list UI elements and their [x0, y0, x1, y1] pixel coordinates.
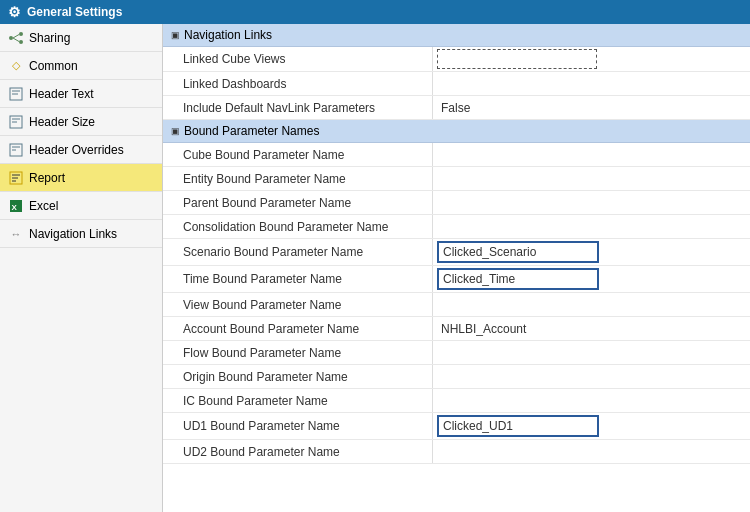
sidebar-label-navigation-links: Navigation Links	[29, 227, 117, 241]
table-row: UD1 Bound Parameter Name	[163, 413, 750, 440]
row-value-consolidation-bound	[433, 215, 750, 238]
main-container: Sharing ◇ Common Header Text	[0, 24, 750, 512]
sidebar-label-header-text: Header Text	[29, 87, 93, 101]
row-value-origin-bound	[433, 365, 750, 388]
excel-icon: X	[8, 198, 24, 214]
collapse-bound-icon: ▣	[171, 126, 180, 136]
sidebar-label-sharing: Sharing	[29, 31, 70, 45]
include-default-value: False	[437, 99, 474, 117]
ud1-bound-input[interactable]	[437, 415, 599, 437]
header-text-icon	[8, 86, 24, 102]
table-row: Parent Bound Parameter Name	[163, 191, 750, 215]
section-bound-parameter-names[interactable]: ▣ Bound Parameter Names	[163, 120, 750, 143]
row-label-ud2-bound: UD2 Bound Parameter Name	[163, 440, 433, 463]
svg-point-0	[9, 36, 13, 40]
row-value-linked-dashboards	[433, 72, 750, 95]
sidebar-label-excel: Excel	[29, 199, 58, 213]
table-row: Consolidation Bound Parameter Name	[163, 215, 750, 239]
row-label-flow-bound: Flow Bound Parameter Name	[163, 341, 433, 364]
row-value-account-bound: NHLBI_Account	[433, 317, 750, 340]
row-label-scenario-bound: Scenario Bound Parameter Name	[163, 239, 433, 265]
header-overrides-icon	[8, 142, 24, 158]
row-value-cube-bound	[433, 143, 750, 166]
row-label-cube-bound: Cube Bound Parameter Name	[163, 143, 433, 166]
section-bound-label: Bound Parameter Names	[184, 124, 319, 138]
sidebar: Sharing ◇ Common Header Text	[0, 24, 163, 512]
row-label-parent-bound: Parent Bound Parameter Name	[163, 191, 433, 214]
sidebar-item-excel[interactable]: X Excel	[0, 192, 162, 220]
row-value-time-bound	[433, 266, 750, 292]
sidebar-item-sharing[interactable]: Sharing	[0, 24, 162, 52]
time-bound-input[interactable]	[437, 268, 599, 290]
sidebar-label-header-size: Header Size	[29, 115, 95, 129]
svg-point-1	[19, 32, 23, 36]
row-label-view-bound: View Bound Parameter Name	[163, 293, 433, 316]
table-row: Cube Bound Parameter Name	[163, 143, 750, 167]
table-row: Linked Cube Views	[163, 47, 750, 72]
table-row: Scenario Bound Parameter Name	[163, 239, 750, 266]
navlink-icon: ↔	[8, 226, 24, 242]
row-label-ud1-bound: UD1 Bound Parameter Name	[163, 413, 433, 439]
sidebar-item-report[interactable]: Report	[0, 164, 162, 192]
header-size-icon	[8, 114, 24, 130]
scenario-bound-input[interactable]	[437, 241, 599, 263]
row-value-parent-bound	[433, 191, 750, 214]
collapse-nav-icon: ▣	[171, 30, 180, 40]
sidebar-item-header-size[interactable]: Header Size	[0, 108, 162, 136]
row-label-time-bound: Time Bound Parameter Name	[163, 266, 433, 292]
table-row: Include Default NavLink Parameters False	[163, 96, 750, 120]
title-bar: ⚙ General Settings	[0, 0, 750, 24]
sidebar-item-common[interactable]: ◇ Common	[0, 52, 162, 80]
table-row: UD2 Bound Parameter Name	[163, 440, 750, 464]
svg-line-4	[13, 38, 19, 42]
row-value-flow-bound	[433, 341, 750, 364]
svg-line-3	[13, 34, 19, 38]
row-value-ud1-bound	[433, 413, 750, 439]
content-area: ▣ Navigation Links Linked Cube Views Lin…	[163, 24, 750, 512]
row-label-linked-dashboards: Linked Dashboards	[163, 72, 433, 95]
row-value-view-bound	[433, 293, 750, 316]
report-icon	[8, 170, 24, 186]
row-value-entity-bound	[433, 167, 750, 190]
section-navigation-links[interactable]: ▣ Navigation Links	[163, 24, 750, 47]
title-text: General Settings	[27, 5, 122, 19]
row-label-include-default: Include Default NavLink Parameters	[163, 96, 433, 119]
sidebar-item-header-overrides[interactable]: Header Overrides	[0, 136, 162, 164]
sharing-icon	[8, 30, 24, 46]
row-label-ic-bound: IC Bound Parameter Name	[163, 389, 433, 412]
sidebar-label-report: Report	[29, 171, 65, 185]
linked-cube-views-input[interactable]	[437, 49, 597, 69]
row-label-linked-cube-views: Linked Cube Views	[163, 47, 433, 71]
table-row: Time Bound Parameter Name	[163, 266, 750, 293]
sidebar-item-header-text[interactable]: Header Text	[0, 80, 162, 108]
row-value-linked-cube-views	[433, 47, 750, 71]
diamond-icon: ◇	[8, 58, 24, 74]
sidebar-item-navigation-links[interactable]: ↔ Navigation Links	[0, 220, 162, 248]
table-row: IC Bound Parameter Name	[163, 389, 750, 413]
table-row: Linked Dashboards	[163, 72, 750, 96]
table-row: Entity Bound Parameter Name	[163, 167, 750, 191]
gear-icon: ⚙	[8, 4, 21, 20]
table-row: Account Bound Parameter Name NHLBI_Accou…	[163, 317, 750, 341]
row-value-scenario-bound	[433, 239, 750, 265]
table-row: Flow Bound Parameter Name	[163, 341, 750, 365]
row-value-ud2-bound	[433, 440, 750, 463]
row-label-entity-bound: Entity Bound Parameter Name	[163, 167, 433, 190]
svg-text:X: X	[12, 203, 18, 212]
row-value-ic-bound	[433, 389, 750, 412]
section-nav-label: Navigation Links	[184, 28, 272, 42]
sidebar-label-common: Common	[29, 59, 78, 73]
row-value-include-default: False	[433, 96, 750, 119]
sidebar-label-header-overrides: Header Overrides	[29, 143, 124, 157]
table-row: Origin Bound Parameter Name	[163, 365, 750, 389]
row-label-consolidation-bound: Consolidation Bound Parameter Name	[163, 215, 433, 238]
account-bound-value: NHLBI_Account	[437, 320, 530, 338]
table-row: View Bound Parameter Name	[163, 293, 750, 317]
row-label-account-bound: Account Bound Parameter Name	[163, 317, 433, 340]
svg-point-2	[19, 40, 23, 44]
row-label-origin-bound: Origin Bound Parameter Name	[163, 365, 433, 388]
